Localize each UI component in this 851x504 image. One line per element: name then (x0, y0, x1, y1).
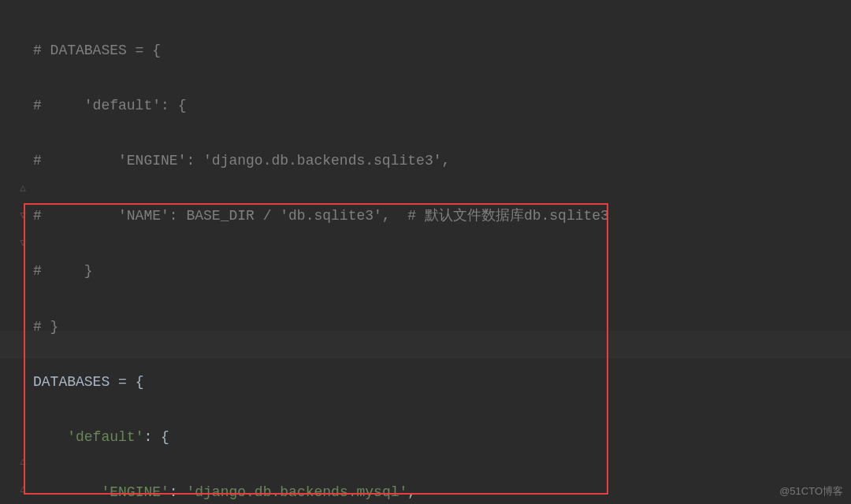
string-value: 'django.db.backends.mysql' (186, 484, 407, 500)
operator-equals: = (118, 374, 136, 390)
fold-close-icon[interactable]: △ (17, 480, 28, 498)
colon: : (143, 429, 161, 445)
comment-line: # 'NAME': BASE_DIR / 'db.sqlite3', (33, 208, 407, 224)
comment-line: # } (33, 263, 93, 279)
comment-inline: # 默认文件数据库db.sqlite3 (407, 208, 609, 224)
fold-close-icon[interactable]: △ (17, 180, 28, 198)
dict-key: 'ENGINE' (101, 484, 169, 500)
fold-open-icon[interactable]: ▽ (17, 207, 28, 225)
comma: , (407, 484, 416, 500)
comment-line: # 'default': { (33, 98, 186, 113)
dict-key: 'default' (67, 429, 143, 445)
brace-open: { (136, 374, 144, 390)
code-block[interactable]: # DATABASES = { # 'default': { # 'ENGINE… (0, 9, 851, 504)
identifier: DATABASES (33, 374, 118, 390)
brace-open: { (161, 429, 169, 445)
comment-line: # 'ENGINE': 'django.db.backends.sqlite3'… (33, 153, 450, 169)
comment-line: # DATABASES = { (33, 43, 161, 58)
colon: : (169, 484, 187, 500)
watermark-text: @51CTO博客 (779, 481, 843, 501)
comment-line: # } (33, 319, 58, 335)
code-editor[interactable]: △ ▽ ▽ △ △ # DATABASES = { # 'default': {… (0, 0, 851, 504)
fold-open-icon[interactable]: ▽ (17, 235, 28, 253)
fold-close-icon[interactable]: △ (17, 453, 28, 471)
